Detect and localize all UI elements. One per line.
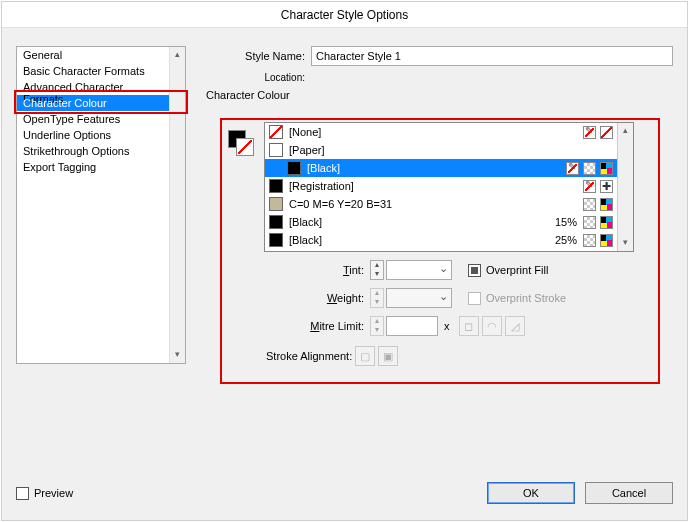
reg-icon	[600, 180, 613, 193]
weight-label: Weight:	[220, 292, 370, 304]
style-name-label: Style Name:	[206, 50, 311, 62]
swatch-row[interactable]: [Registration]	[265, 177, 617, 195]
swatch-row[interactable]: [Black]25%	[265, 231, 617, 249]
character-style-options-dialog: Character Style Options GeneralBasic Cha…	[1, 1, 688, 521]
ok-button[interactable]: OK	[487, 482, 575, 504]
grey-icon	[583, 216, 596, 229]
category-item[interactable]: Character Colour	[17, 95, 169, 111]
overprint-fill-label: Overprint Fill	[486, 264, 548, 276]
swatch-row[interactable]: [None]	[265, 123, 617, 141]
mitre-stepper[interactable]: ▴▾	[370, 316, 384, 336]
stroke-alignment-label: Stroke Alignment:	[266, 350, 352, 362]
grey-icon	[583, 162, 596, 175]
swatch-name: [Black]	[307, 162, 526, 174]
swatch-icon	[269, 215, 283, 229]
category-scrollbar[interactable]: ▴ ▾	[169, 47, 185, 363]
scroll-down-icon[interactable]: ▾	[618, 235, 633, 251]
swatch-percent: 25%	[543, 234, 583, 246]
mitre-x-label: x	[444, 320, 450, 332]
join-bevel-icon: ◿	[505, 316, 525, 336]
swatch-row[interactable]: C=0 M=6 Y=20 B=31	[265, 195, 617, 213]
cmyk-icon	[600, 198, 613, 211]
swatch-icon	[269, 143, 283, 157]
section-title: Character Colour	[206, 89, 673, 101]
overprint-fill-checkbox[interactable]	[468, 264, 481, 277]
red-slash-icon	[600, 126, 613, 139]
scroll-down-icon[interactable]: ▾	[170, 347, 185, 363]
join-round-icon: ◠	[482, 316, 502, 336]
mitre-limit-input[interactable]	[386, 316, 438, 336]
swatch-icon	[269, 179, 283, 193]
category-item[interactable]: General	[17, 47, 169, 63]
pencil-slash-icon	[566, 162, 579, 175]
category-item[interactable]: Basic Character Formats	[17, 63, 169, 79]
swatch-icon	[269, 233, 283, 247]
tint-dropdown[interactable]	[386, 260, 452, 280]
swatch-percent: 15%	[543, 216, 583, 228]
swatch-name: C=0 M=6 Y=20 B=31	[289, 198, 543, 210]
overprint-stroke-label: Overprint Stroke	[486, 292, 566, 304]
colour-panel: [None][Paper][Black][Registration]C=0 M=…	[220, 122, 652, 366]
fill-stroke-proxy[interactable]	[228, 130, 256, 158]
preview-checkbox[interactable]	[16, 487, 29, 500]
category-item[interactable]: Strikethrough Options	[17, 143, 169, 159]
scroll-up-icon[interactable]: ▴	[170, 47, 185, 63]
tint-stepper[interactable]: ▴▾	[370, 260, 384, 280]
scroll-up-icon[interactable]: ▴	[618, 123, 633, 139]
pencil-slash-icon	[583, 180, 596, 193]
weight-stepper[interactable]: ▴▾	[370, 288, 384, 308]
cmyk-icon	[600, 234, 613, 247]
swatch-row[interactable]: [Paper]	[265, 141, 617, 159]
swatch-icon	[287, 161, 301, 175]
swatch-name: [Registration]	[289, 180, 543, 192]
titlebar: Character Style Options	[2, 2, 687, 28]
swatch-icon	[269, 197, 283, 211]
swatch-row[interactable]: [Black]15%	[265, 213, 617, 231]
swatch-row[interactable]: [Black]	[265, 159, 617, 177]
cancel-button[interactable]: Cancel	[585, 482, 673, 504]
weight-dropdown[interactable]	[386, 288, 452, 308]
style-name-input[interactable]	[311, 46, 673, 66]
mitre-limit-label: Mitre Limit:	[220, 320, 370, 332]
stroke-proxy-icon[interactable]	[236, 138, 254, 156]
swatch-name: [Black]	[289, 234, 543, 246]
stroke-align-center-icon: ▢	[355, 346, 375, 366]
category-item[interactable]: OpenType Features	[17, 111, 169, 127]
grey-icon	[583, 234, 596, 247]
swatch-list: [None][Paper][Black][Registration]C=0 M=…	[264, 122, 634, 252]
stroke-align-inside-icon: ▣	[378, 346, 398, 366]
category-item[interactable]: Underline Options	[17, 127, 169, 143]
pencil-slash-icon	[583, 126, 596, 139]
footer: Preview OK Cancel	[16, 482, 673, 504]
swatch-name: [None]	[289, 126, 543, 138]
join-miter-icon: ◻	[459, 316, 479, 336]
location-label: Location:	[206, 72, 311, 83]
preview-label: Preview	[34, 487, 73, 499]
grey-icon	[583, 198, 596, 211]
swatch-name: [Paper]	[289, 144, 573, 156]
category-item[interactable]: Advanced Character Formats	[17, 79, 169, 95]
cmyk-icon	[600, 162, 613, 175]
tint-label: TTint:int:	[220, 264, 370, 276]
swatch-icon	[269, 125, 283, 139]
swatch-scrollbar[interactable]: ▴ ▾	[617, 123, 633, 251]
cmyk-icon	[600, 216, 613, 229]
category-item[interactable]: Export Tagging	[17, 159, 169, 175]
category-list: GeneralBasic Character FormatsAdvanced C…	[16, 46, 186, 364]
overprint-stroke-checkbox	[468, 292, 481, 305]
swatch-name: [Black]	[289, 216, 543, 228]
